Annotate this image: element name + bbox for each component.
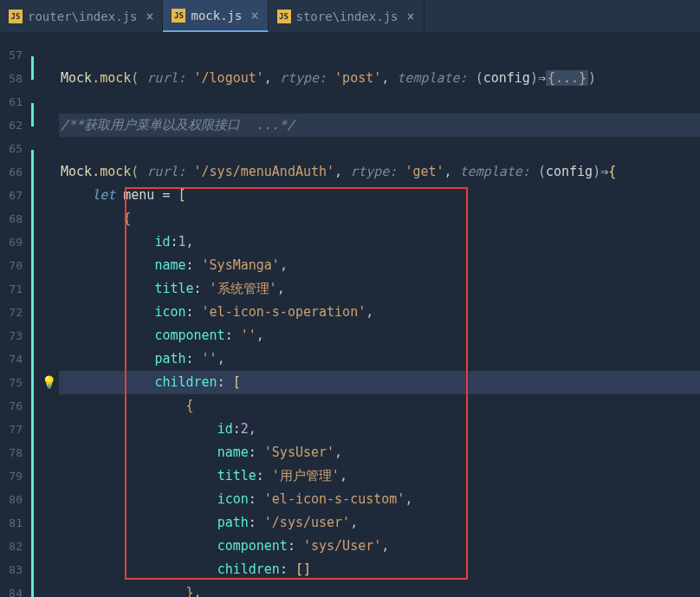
- comment-block: /**获取用户菜单以及权限接口 ...*/: [61, 117, 295, 133]
- tab-store-index[interactable]: JS store\index.js ×: [269, 0, 425, 32]
- lightbulb-icon[interactable]: 💡: [42, 375, 56, 389]
- close-icon[interactable]: ×: [250, 8, 258, 23]
- js-file-icon: JS: [277, 10, 291, 23]
- close-icon[interactable]: ×: [407, 9, 415, 24]
- tab-router-index[interactable]: JS router\index.js ×: [0, 0, 163, 32]
- structure-gutter: [29, 33, 38, 597]
- folded-code[interactable]: {...}: [546, 70, 588, 86]
- js-file-icon: JS: [172, 9, 185, 23]
- code-area[interactable]: Mock.mock( rurl: '/logout', rtype: 'post…: [59, 33, 700, 597]
- close-icon[interactable]: ×: [146, 9, 153, 24]
- tab-label: router\index.js: [28, 10, 137, 23]
- tab-label: store\index.js: [296, 10, 399, 23]
- tab-label: mock.js: [191, 9, 242, 23]
- tab-mock[interactable]: JS mock.js ×: [163, 0, 268, 32]
- js-file-icon: JS: [9, 10, 23, 23]
- editor: 57 58 61 62 65 66 67 68 69 70 71 72 73 7…: [0, 33, 700, 597]
- tab-bar: JS router\index.js × JS mock.js × JS sto…: [0, 0, 700, 33]
- icon-gutter: 💡: [38, 33, 59, 597]
- line-number-gutter: 57 58 61 62 65 66 67 68 69 70 71 72 73 7…: [0, 33, 29, 597]
